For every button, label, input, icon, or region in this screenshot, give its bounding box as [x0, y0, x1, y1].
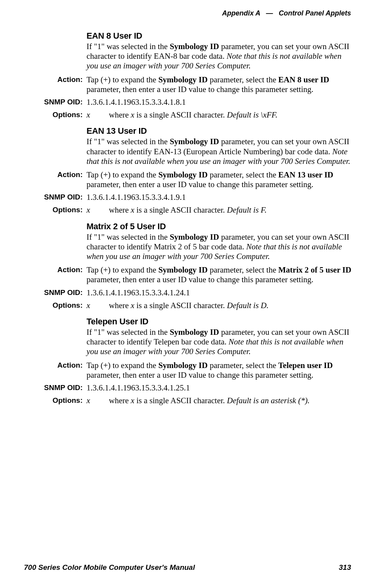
options-desc: where x is a single ASCII character. Def…	[109, 110, 353, 120]
options-x: x	[87, 396, 109, 406]
options-x: x	[87, 301, 109, 310]
options-label: Options:	[36, 301, 87, 310]
snmp-label: SNMP OID:	[36, 288, 87, 298]
options-label: Options:	[36, 110, 87, 120]
header-appendix: Appendix A	[222, 9, 260, 17]
section-telepen: Telepen User ID If "1" was selected in t…	[36, 317, 353, 406]
options-value: x where x is a single ASCII character. D…	[87, 396, 353, 406]
action-value: Tap (+) to expand the Symbology ID param…	[87, 265, 353, 285]
options-label: Options:	[36, 396, 87, 406]
section-intro: If "1" was selected in the Symbology ID …	[87, 42, 353, 71]
snmp-label: SNMP OID:	[36, 383, 87, 393]
snmp-row: SNMP OID: 1.3.6.1.4.1.1963.15.3.3.4.1.25…	[36, 383, 353, 393]
action-row: Action: Tap (+) to expand the Symbology …	[36, 361, 353, 380]
options-row: Options: x where x is a single ASCII cha…	[36, 110, 353, 120]
header-title: Control Panel Applets	[279, 9, 351, 17]
options-x: x	[87, 205, 109, 215]
snmp-value: 1.3.6.1.4.1.1963.15.3.3.4.1.9.1	[87, 193, 353, 202]
options-row: Options: x where x is a single ASCII cha…	[36, 301, 353, 310]
page-content: EAN 8 User ID If "1" was selected in the…	[36, 31, 353, 412]
section-intro: If "1" was selected in the Symbology ID …	[87, 232, 353, 262]
section-title: Matrix 2 of 5 User ID	[87, 222, 353, 232]
options-row: Options: x where x is a single ASCII cha…	[36, 396, 353, 406]
section-title: EAN 8 User ID	[87, 31, 353, 41]
section-ean13: EAN 13 User ID If "1" was selected in th…	[36, 126, 353, 215]
section-ean8: EAN 8 User ID If "1" was selected in the…	[36, 31, 353, 120]
snmp-label: SNMP OID:	[36, 193, 87, 202]
options-row: Options: x where x is a single ASCII cha…	[36, 205, 353, 215]
snmp-value: 1.3.6.1.4.1.1963.15.3.3.4.1.24.1	[87, 288, 353, 298]
options-value: x where x is a single ASCII character. D…	[87, 301, 353, 310]
page-footer: 700 Series Color Mobile Computer User's …	[24, 563, 351, 572]
options-label: Options:	[36, 205, 87, 215]
section-intro: If "1" was selected in the Symbology ID …	[87, 327, 353, 357]
footer-page-number: 313	[339, 563, 351, 572]
page-header: Appendix A — Control Panel Applets	[222, 9, 351, 17]
action-value: Tap (+) to expand the Symbology ID param…	[87, 170, 353, 189]
section-intro: If "1" was selected in the Symbology ID …	[87, 137, 353, 166]
snmp-row: SNMP OID: 1.3.6.1.4.1.1963.15.3.3.4.1.8.…	[36, 97, 353, 107]
header-dash: —	[266, 9, 273, 17]
action-label: Action:	[36, 170, 87, 189]
options-desc: where x is a single ASCII character. Def…	[109, 396, 353, 406]
section-title: EAN 13 User ID	[87, 126, 353, 136]
snmp-row: SNMP OID: 1.3.6.1.4.1.1963.15.3.3.4.1.9.…	[36, 193, 353, 202]
action-row: Action: Tap (+) to expand the Symbology …	[36, 265, 353, 285]
action-value: Tap (+) to expand the Symbology ID param…	[87, 361, 353, 380]
options-x: x	[87, 110, 109, 120]
action-row: Action: Tap (+) to expand the Symbology …	[36, 75, 353, 94]
action-label: Action:	[36, 361, 87, 380]
snmp-value: 1.3.6.1.4.1.1963.15.3.3.4.1.8.1	[87, 97, 353, 107]
action-label: Action:	[36, 75, 87, 94]
options-desc: where x is a single ASCII character. Def…	[109, 301, 353, 310]
snmp-label: SNMP OID:	[36, 97, 87, 107]
options-value: x where x is a single ASCII character. D…	[87, 205, 353, 215]
section-matrix25: Matrix 2 of 5 User ID If "1" was selecte…	[36, 222, 353, 310]
snmp-value: 1.3.6.1.4.1.1963.15.3.3.4.1.25.1	[87, 383, 353, 393]
options-desc: where x is a single ASCII character. Def…	[109, 205, 353, 215]
action-row: Action: Tap (+) to expand the Symbology …	[36, 170, 353, 189]
section-title: Telepen User ID	[87, 317, 353, 327]
action-label: Action:	[36, 265, 87, 285]
footer-manual-title: 700 Series Color Mobile Computer User's …	[24, 563, 195, 572]
action-value: Tap (+) to expand the Symbology ID param…	[87, 75, 353, 94]
options-value: x where x is a single ASCII character. D…	[87, 110, 353, 120]
snmp-row: SNMP OID: 1.3.6.1.4.1.1963.15.3.3.4.1.24…	[36, 288, 353, 298]
